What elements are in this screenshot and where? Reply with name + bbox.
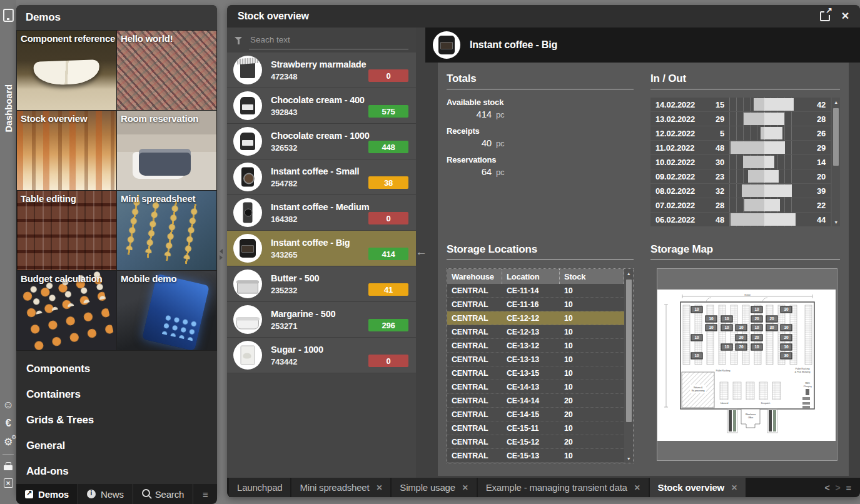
inout-row[interactable]: 08.02.2022 32 39 [650,184,831,198]
demo-tile-book[interactable]: Component reference [17,31,116,110]
demo-tile-phone[interactable]: Mobile demo [117,271,216,350]
toolbox-icon[interactable] [3,461,13,471]
inout-row[interactable]: 13.02.2022 29 28 [650,112,831,126]
storage-table-row[interactable]: CENTRAL CE-13-13 10 [447,353,624,366]
column-warehouse[interactable]: Warehouse [447,269,502,284]
storage-table-row[interactable]: CENTRAL CE-15-13 10 [447,449,624,463]
tabs-scroll-prev-icon[interactable]: < [824,483,829,493]
demos-toolbar-button-news[interactable]: News [78,484,133,504]
bottom-tab[interactable]: Simple usage ✕ [392,478,476,497]
stock-marker-chip: 10 [751,306,763,313]
storage-stock-cell: 10 [560,355,624,364]
bottom-tab[interactable]: Example - managing transient data ✕ [478,478,649,497]
storage-table-row[interactable]: CENTRAL CE-15-12 20 [447,435,624,449]
storage-table-row[interactable]: CENTRAL CE-11-16 10 [447,298,624,311]
gears-icon[interactable] [3,436,14,447]
inout-row[interactable]: 07.02.2022 28 22 [650,198,831,212]
tab-close-icon[interactable]: ✕ [462,483,468,492]
inout-row[interactable]: 12.02.2022 5 26 [650,126,831,140]
storage-locations-heading: Storage Locations [447,243,634,260]
euro-icon[interactable] [3,418,14,429]
storage-table-row[interactable]: CENTRAL CE-13-12 10 [447,339,624,353]
demos-menu-item[interactable]: Components [26,356,217,381]
totals-field: Receipts 40pc [447,126,634,148]
storage-table-row[interactable]: CENTRAL CE-14-14 20 [447,394,624,408]
demos-toolbar-button-search[interactable]: Search [133,484,193,504]
office-label-2: Office [748,416,753,419]
demos-menu-item[interactable]: Grids & Trees [26,407,217,433]
product-list-item[interactable]: Sugar - 1000 743442 0 [227,338,416,373]
bottom-tab[interactable]: Mini spreadsheet ✕ [291,478,390,497]
inout-row[interactable]: 06.02.2022 48 44 [650,213,831,226]
product-list-item[interactable]: Butter - 500 235232 41 [227,266,416,302]
bar-in [744,113,764,125]
scroll-down-icon[interactable] [627,454,631,463]
storage-table-row[interactable]: CENTRAL CE-13-15 10 [447,366,624,380]
demo-tile-abacus[interactable]: Mini spreadsheet [117,191,216,270]
storage-table-row[interactable]: CENTRAL CE-14-15 20 [447,408,624,421]
inout-scrollbar[interactable] [832,98,840,226]
demo-tile-calculator[interactable]: Budget calculation [17,271,116,350]
storage-table-row[interactable]: CENTRAL CE-12-12 10 [447,311,624,325]
storage-table-row[interactable]: CENTRAL CE-15-11 10 [447,421,624,435]
scrollbar-thumb[interactable] [626,280,632,422]
stock-marker-chip: 10 [706,325,717,331]
product-list-item[interactable]: Instant coffee - Big 343265 414 [227,231,416,266]
product-list-item[interactable]: Strawberry marmalade 472348 0 [227,53,416,88]
bottom-tab[interactable]: Stock overview ✕ [650,478,746,497]
scrollbar-thumb[interactable] [833,108,839,166]
smiley-icon[interactable] [3,400,14,411]
tab-close-icon[interactable]: ✕ [376,483,382,492]
product-list-item[interactable]: Margarine - 500 253271 296 [227,302,416,338]
bar-out [764,199,780,211]
scroll-up-icon[interactable] [834,98,838,106]
demos-menu-item[interactable]: General [26,433,217,458]
product-list-item[interactable]: Instant coffee - Medium 164382 0 [227,195,416,231]
window-titlebar[interactable]: Stock overview ✕ [227,5,860,28]
inout-row[interactable]: 09.02.2022 23 20 [650,169,831,183]
product-list-item[interactable]: Instant coffee - Small 254782 38 [227,159,416,195]
demos-menu-item[interactable]: Containers [26,381,217,407]
column-stock[interactable]: Stock [560,269,624,284]
window-close-icon[interactable]: ✕ [841,11,849,21]
storage-table-row[interactable]: CENTRAL CE-11-14 10 [447,284,624,298]
demos-toolbar-button-demos[interactable]: Demos [16,484,78,504]
scroll-down-icon[interactable] [834,218,838,226]
storage-scrollbar[interactable] [624,269,633,463]
tabs-menu-icon[interactable]: ≡ [846,482,851,493]
demos-panel-header: Demos [16,5,217,30]
column-location[interactable]: Location [502,269,560,284]
demo-tile-crowd[interactable]: Hello world! [117,31,216,110]
inout-row[interactable]: 10.02.2022 30 14 [650,155,831,169]
demo-tile-warehouse[interactable]: Stock overview [17,111,116,190]
demo-tile-room[interactable]: Room reservation [117,111,216,190]
product-list-item[interactable]: Chocolate cream - 1000 326532 448 [227,124,416,159]
storage-stock-cell: 10 [560,369,624,378]
inout-bar-chart [729,112,797,126]
tabs-scroll-next-icon[interactable]: > [835,483,840,493]
demo-tile-shelves[interactable]: Table editing [17,191,116,270]
collapse-detail-arrow-icon[interactable]: ← [415,245,427,259]
panel-splitter-handle[interactable] [218,246,224,263]
bottom-tab[interactable]: Launchpad [229,478,290,497]
search-input[interactable] [249,31,408,49]
detail-content: Totals Available stock 414pc Receipts 40… [438,63,849,476]
inout-table: 14.02.2022 15 42 13.02.2022 29 28 12.02.… [650,98,840,226]
tab-close-icon[interactable]: ✕ [634,483,640,492]
inout-row[interactable]: 11.02.2022 48 29 [650,141,831,154]
product-code: 164382 [271,214,369,224]
scroll-up-icon[interactable] [627,269,631,278]
storage-table-row[interactable]: CENTRAL CE-12-13 10 [447,325,624,339]
toolbar-overflow-menu-icon[interactable]: ≡ [193,484,217,504]
open-external-icon[interactable] [820,11,830,21]
storage-table-row[interactable]: CENTRAL CE-14-13 10 [447,380,624,394]
demo-tile-label: Component reference [21,33,115,44]
list-detail-splitter[interactable]: ← [416,28,425,478]
close-box-icon[interactable] [4,478,13,488]
tab-close-icon[interactable]: ✕ [731,483,737,492]
stock-badge: 38 [368,176,408,189]
tablet-icon[interactable] [3,9,14,22]
demos-menu-item[interactable]: Add-ons [26,458,217,484]
inout-row[interactable]: 14.02.2022 15 42 [650,98,831,111]
product-list-item[interactable]: Chocolate cream - 400 392843 575 [227,88,416,124]
